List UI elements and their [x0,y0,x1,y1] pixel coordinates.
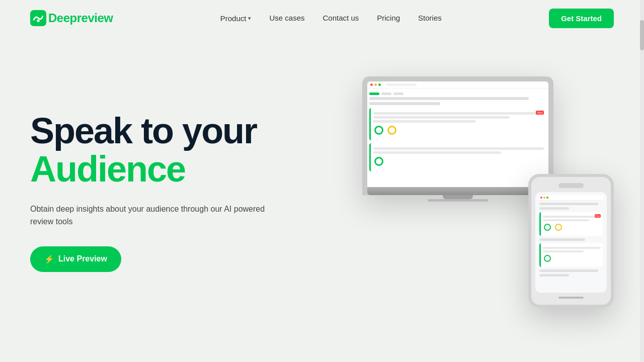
screen-tab [381,93,391,95]
phone-dot-red [540,197,542,199]
nav-link-stories[interactable]: Stories [418,14,442,22]
screen-tab-active [369,93,379,95]
live-preview-button[interactable]: ⚡ Live Preview [30,246,121,272]
hero-content: Speak to your Audience Obtain deep insig… [30,112,272,272]
phone-circle-green [544,224,551,231]
screen-body: New [367,88,548,176]
phone-row [539,238,585,241]
screen-card-row [373,147,544,150]
phone-dot-yellow [543,197,545,199]
phone-body: New [528,174,614,308]
phone-card-row [543,247,601,249]
nav-item-contact-us[interactable]: Contact us [323,14,359,23]
phone-card-row [543,219,589,221]
screen-card-row [373,120,475,123]
screen-row [369,102,440,105]
laptop-foot [428,199,488,202]
nav-link-pricing[interactable]: Pricing [377,14,400,22]
logo-icon [30,10,46,26]
screen-card-row [373,116,510,119]
phone-screen: New [535,192,607,293]
phone-dot-green [546,197,548,199]
hero-headline: Speak to your Audience [30,112,272,188]
hero-subtext: Obtain deep insights about your audience… [30,203,272,228]
hero-devices: New [352,76,614,308]
url-bar [386,83,417,86]
screen-card-2 [369,143,546,171]
nav-link-use-cases[interactable]: Use cases [269,14,304,22]
phone-card-row [543,250,584,252]
phone-badge: New [595,214,601,218]
nav-links: Product ▾ Use cases Contact us Pricing S… [220,14,442,23]
nav-item-product[interactable]: Product ▾ [220,14,252,23]
dot-yellow [374,83,377,86]
chevron-down-icon: ▾ [248,15,251,22]
navbar: Deepreview Product ▾ Use cases Contact u… [0,0,644,36]
get-started-button[interactable]: Get Started [549,9,614,28]
phone-card: New [539,212,603,236]
screen-circles-2 [373,156,544,169]
screen-card: New [369,108,546,140]
screen-topbar [367,81,548,88]
screen-card-row [373,151,501,154]
phone-row [539,203,598,205]
laptop-body: New [362,76,553,195]
scrollbar[interactable] [640,0,644,362]
bolt-icon: ⚡ [44,254,54,264]
phone-circles [543,223,601,234]
nav-item-pricing[interactable]: Pricing [377,14,400,23]
nav-item-use-cases[interactable]: Use cases [269,14,304,23]
laptop-screen: New [367,81,548,187]
scrollbar-thumb[interactable] [640,20,644,50]
screen-tab [393,93,404,95]
phone-card-row [543,216,601,218]
dot-green [378,83,381,86]
nav-link-product[interactable]: Product ▾ [220,14,252,23]
laptop-stand [443,195,473,199]
phone-topbar [538,195,604,201]
dot-red [370,83,373,86]
screen-circle-yellow [387,126,396,135]
phone-row [539,274,569,277]
phone-notch [558,183,584,188]
screen-circle-green-2 [374,157,383,166]
phone-circle-green-2 [544,255,551,262]
phone-home-bar [558,297,584,299]
screen-circle-green [374,126,383,135]
phone-row [539,207,569,210]
logo-text: Deepreview [48,11,113,25]
screen-circles [373,125,544,138]
logo-link[interactable]: Deepreview [30,10,113,26]
svg-point-1 [37,20,39,22]
nav-link-contact-us[interactable]: Contact us [323,14,359,22]
phone-circles-2 [543,254,601,265]
screen-card-row [373,112,544,115]
hero-section: Speak to your Audience Obtain deep insig… [0,36,644,338]
screen-nav [369,93,546,95]
nav-item-stories[interactable]: Stories [418,14,442,23]
phone-row [539,269,598,272]
phone-mockup: New [528,174,614,308]
laptop-base [367,187,548,195]
phone-card-2 [539,243,603,267]
screen-badge: New [536,111,544,115]
screen-row [369,97,529,100]
phone-circle-yellow [555,224,562,231]
laptop-mockup: New [362,76,553,202]
